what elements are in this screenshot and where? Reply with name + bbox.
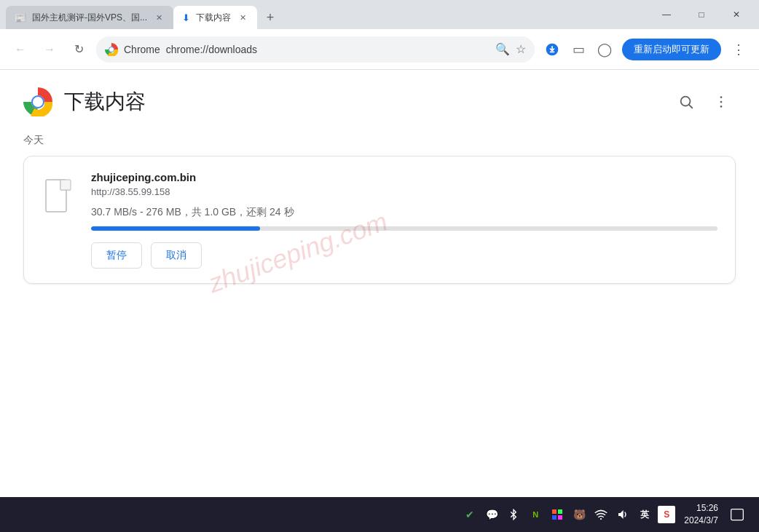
chrome-logo-small [105,43,118,56]
clock-time: 15:26 [696,502,718,515]
more-options-button[interactable] [707,87,736,116]
cancel-button[interactable]: 取消 [151,242,202,269]
svg-rect-16 [558,515,562,520]
svg-rect-19 [731,509,744,520]
omnibox-chrome-label: Chrome [124,44,160,55]
tab-1-close[interactable]: ✕ [153,12,165,23]
download-toolbar-icon [545,42,559,57]
omnibox-star-icon[interactable]: ☆ [516,42,526,56]
svg-rect-15 [552,515,557,520]
svg-rect-14 [558,509,562,514]
tray-grid-icon[interactable] [548,506,566,523]
tray-language-icon[interactable]: 英 [636,506,653,523]
browser-menu-button[interactable]: ⋮ [727,38,750,61]
omnibox[interactable]: Chrome chrome://downloads 🔍 ☆ [96,36,535,63]
svg-point-1 [109,47,114,52]
maximize-button[interactable]: □ [685,4,718,25]
download-info: zhujiceping.com.bin http://38.55.99.158 … [91,171,717,269]
download-url: http://38.55.99.158 [91,186,717,197]
search-icon [678,94,694,110]
notification-button[interactable] [727,504,747,525]
tray-checkmark-icon[interactable]: ✔ [461,506,479,523]
tray-nvidia-icon[interactable]: N [527,506,544,523]
tab-2-close[interactable]: ✕ [237,12,248,23]
chrome-logo [23,87,52,116]
download-icon-button[interactable] [540,38,564,61]
progress-bar-fill [91,226,260,231]
tab-2[interactable]: ⬇ 下载内容 ✕ [173,6,257,29]
omnibox-search-icon[interactable]: 🔍 [495,42,510,56]
window-controls: — □ ✕ [650,4,759,29]
toolbar-icons: ▭ ◯ [540,38,616,61]
downloads-title-area: 下载内容 [23,87,146,116]
tray-bluetooth-icon[interactable] [505,506,522,523]
svg-rect-12 [60,180,71,190]
svg-line-7 [689,105,692,108]
forward-button[interactable]: → [38,38,61,61]
tab-2-title: 下载内容 [196,12,231,24]
svg-point-5 [33,97,43,107]
title-bar: 📰 国外主机测评-国外VPS、国... ✕ ⬇ 下载内容 ✕ + — □ ✕ [0,0,759,29]
svg-point-17 [600,518,602,520]
svg-rect-13 [552,509,557,514]
update-button[interactable]: 重新启动即可更新 [622,39,721,60]
omnibox-url: chrome://downloads [166,44,257,55]
page-content: zhujiceping.com 下载内容 [0,70,759,497]
sidebar-icon-button[interactable]: ▭ [567,38,590,61]
section-today: 今天 [0,128,759,156]
header-actions [672,87,736,116]
svg-point-10 [720,106,723,108]
clock-date: 2024/3/7 [684,515,718,527]
tab-2-favicon: ⬇ [182,12,190,23]
address-bar: ← → ↻ Chrome chrome://downloads 🔍 ☆ ▭ ◯ … [0,29,759,70]
svg-point-9 [720,101,723,103]
file-svg-icon [44,178,74,213]
profile-icon-button[interactable]: ◯ [593,38,616,61]
tab-1-favicon: 📰 [15,12,26,23]
svg-marker-18 [618,510,624,519]
svg-point-8 [720,96,723,98]
tray-bear-icon[interactable]: 🐻 [570,506,588,523]
download-filename: zhujiceping.com.bin [91,171,717,183]
download-card: zhujiceping.com.bin http://38.55.99.158 … [23,156,736,284]
tray-volume-icon[interactable] [614,506,632,523]
tray-sougou-icon[interactable]: S [658,506,675,523]
new-tab-button[interactable]: + [260,7,280,28]
reload-button[interactable]: ↻ [67,38,90,61]
minimize-button[interactable]: — [650,4,683,25]
downloads-header: 下载内容 [0,70,759,128]
taskbar: ✔ 💬 N 🐻 英 S 15:26 2024/3/7 [0,497,759,532]
close-button[interactable]: ✕ [720,4,753,25]
more-vert-icon [713,94,729,110]
tray-wechat-icon[interactable]: 💬 [483,506,500,523]
tray-wifi-icon[interactable] [592,506,610,523]
progress-bar-background [91,226,717,231]
tab-1[interactable]: 📰 国外主机测评-国外VPS、国... ✕ [6,6,173,29]
tab-1-title: 国外主机测评-国外VPS、国... [32,12,147,24]
pause-button[interactable]: 暂停 [91,242,142,269]
search-button[interactable] [672,87,701,116]
download-actions: 暂停 取消 [91,242,717,269]
page-title: 下载内容 [64,88,146,116]
back-button[interactable]: ← [9,38,32,61]
download-status: 30.7 MB/s - 276 MB，共 1.0 GB，还剩 24 秒 [91,206,717,219]
clock-area[interactable]: 15:26 2024/3/7 [681,502,721,527]
system-tray: ✔ 💬 N 🐻 英 S [461,506,675,523]
file-icon [42,174,76,218]
